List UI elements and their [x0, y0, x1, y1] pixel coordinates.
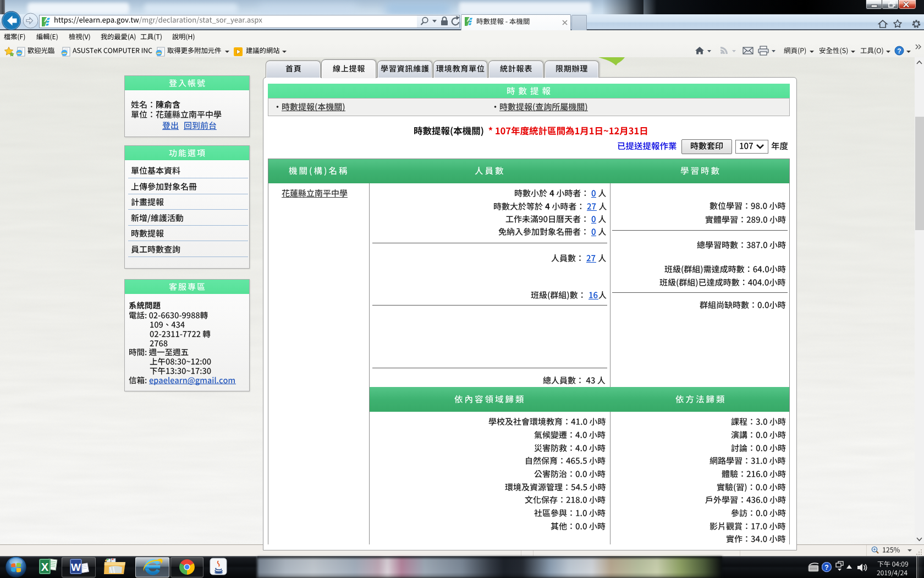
- svg-text:?: ?: [897, 47, 901, 55]
- svg-text:X: X: [41, 561, 49, 573]
- svg-text:W: W: [71, 561, 81, 573]
- svg-text:?: ?: [824, 564, 828, 571]
